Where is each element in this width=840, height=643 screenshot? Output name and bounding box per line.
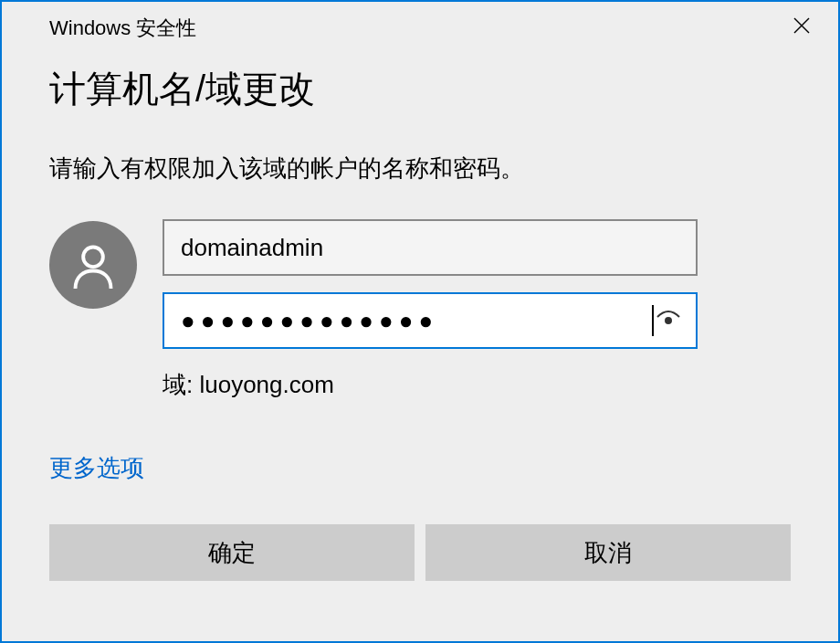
eye-icon (654, 310, 683, 332)
password-masked: ●●●●●●●●●●●●● (181, 307, 656, 335)
avatar (49, 221, 137, 309)
dialog-instruction: 请输入有权限加入该域的帐户的名称和密码。 (49, 153, 791, 184)
credential-row: ●●●●●●●●●●●●● 域: luoyong.com (49, 219, 791, 401)
close-icon (793, 16, 811, 35)
credential-dialog: Windows 安全性 计算机名/域更改 请输入有权限加入该域的帐户的名称和密码… (0, 0, 840, 643)
svg-point-2 (83, 248, 103, 268)
more-options-link[interactable]: 更多选项 (49, 452, 144, 484)
svg-point-3 (666, 318, 671, 323)
dialog-content: 计算机名/域更改 请输入有权限加入该域的帐户的名称和密码。 ●●●●●●●●●●… (2, 47, 838, 581)
cancel-button[interactable]: 取消 (425, 524, 791, 581)
ok-button[interactable]: 确定 (49, 524, 415, 581)
user-icon (69, 241, 117, 289)
password-input[interactable]: ●●●●●●●●●●●●● (163, 292, 698, 349)
close-button[interactable] (774, 7, 829, 44)
reveal-password-button[interactable] (654, 306, 683, 335)
username-input[interactable] (163, 219, 698, 276)
button-row: 确定 取消 (49, 524, 791, 581)
titlebar-title: Windows 安全性 (2, 15, 196, 42)
domain-label: 域: luoyong.com (163, 369, 791, 401)
credential-fields: ●●●●●●●●●●●●● 域: luoyong.com (163, 219, 791, 401)
titlebar: Windows 安全性 (2, 2, 838, 47)
dialog-heading: 计算机名/域更改 (49, 64, 791, 114)
